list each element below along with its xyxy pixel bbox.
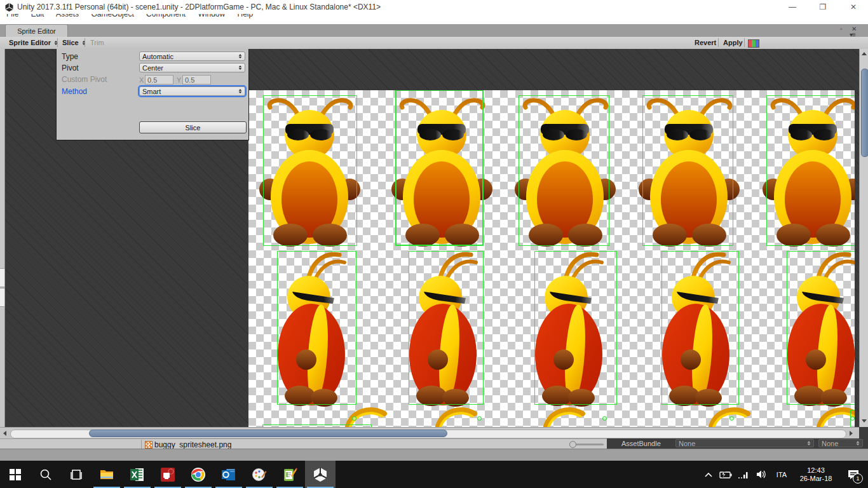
custom-pivot-y-field[interactable]: 0.5 — [182, 75, 211, 85]
sprite-editor-toolbar: Sprite Editor Slice Trim Revert Apply — [0, 37, 868, 50]
search-icon — [39, 468, 52, 481]
excel-icon — [130, 467, 145, 482]
taskbar-start-button[interactable] — [0, 461, 31, 488]
screen: Unity 2017.3.1f1 Personal (64bit) - scen… — [0, 0, 868, 488]
horizontal-scrollbar[interactable] — [0, 427, 859, 439]
menu-file[interactable]: File — [6, 14, 18, 18]
preview-zoom-handle[interactable] — [569, 441, 576, 448]
taskbar-paint-button[interactable] — [244, 461, 275, 488]
taskbar-outlook-button[interactable] — [214, 461, 244, 488]
pane-restore-icon[interactable]: ▫ — [840, 26, 843, 32]
preview-header: buggy_spritesheet.png — [0, 438, 607, 449]
slice-rect[interactable] — [661, 251, 739, 405]
system-tray: ITA 12:43 26-Mar-18 1 — [700, 461, 868, 488]
pivot-dot[interactable] — [729, 416, 734, 421]
pivot-dot[interactable] — [602, 416, 607, 421]
network-signal-icon[interactable] — [735, 461, 752, 488]
type-select[interactable]: Automatic — [139, 51, 245, 61]
spritesheet-texture[interactable] — [248, 90, 855, 427]
slice-rect[interactable] — [787, 251, 855, 405]
restore-icon[interactable]: ❐ — [813, 0, 832, 14]
revert-button[interactable]: Revert — [691, 37, 720, 48]
tray-chevron-icon[interactable] — [700, 461, 717, 488]
notification-badge: 1 — [853, 473, 863, 484]
notification-center-button[interactable]: 1 — [839, 461, 868, 488]
asset-bundle-select[interactable]: None — [675, 439, 814, 447]
pivot-dot[interactable] — [352, 416, 356, 421]
window-title: Unity 2017.3.1f1 Personal (64bit) - scen… — [17, 3, 381, 11]
slice-rect[interactable] — [277, 251, 356, 405]
unity-icon — [312, 466, 329, 483]
battery-icon[interactable] — [717, 461, 735, 488]
x-label: X — [139, 76, 144, 84]
tray-date: 26-Mar-18 — [800, 475, 832, 483]
menu-edit[interactable]: Edit — [31, 14, 44, 18]
slice-rect-selected[interactable] — [395, 90, 484, 246]
close-icon[interactable]: ✕ — [844, 0, 863, 14]
menu-component[interactable]: Component — [146, 14, 186, 18]
paint-icon — [252, 467, 267, 482]
menu-bar: File Edit Assets GameObject Component Wi… — [0, 14, 868, 24]
method-label: Method — [62, 87, 87, 96]
menu-help[interactable]: Help — [238, 14, 254, 18]
slice-rect[interactable] — [409, 251, 484, 405]
taskbar: ITA 12:43 26-Mar-18 1 — [0, 461, 868, 488]
task-view-icon — [70, 468, 83, 481]
scroll-down-icon[interactable] — [862, 419, 867, 423]
taskbar-unity-button[interactable] — [305, 461, 336, 488]
custom-pivot-label: Custom Pivot — [62, 75, 107, 84]
method-select[interactable]: Smart — [139, 86, 245, 96]
os-title-bar: Unity 2017.3.1f1 Personal (64bit) - scen… — [0, 0, 868, 15]
taskbar-file-explorer-button[interactable] — [92, 461, 122, 488]
remote-app-icon — [160, 467, 175, 482]
slice-rect[interactable] — [519, 95, 609, 246]
scroll-right-icon[interactable] — [850, 431, 853, 436]
sprite-editor-tab[interactable]: Sprite Editor — [5, 24, 68, 37]
language-indicator[interactable]: ITA — [770, 461, 793, 488]
slice-rect[interactable] — [642, 95, 733, 246]
asset-bundle-label: AssetBundle — [621, 440, 661, 447]
menu-assets[interactable]: Assets — [56, 14, 79, 18]
scroll-up-icon[interactable] — [862, 52, 867, 55]
slice-rect[interactable] — [534, 251, 617, 405]
pivot-select[interactable]: Center — [139, 63, 245, 72]
taskbar-search-button[interactable] — [31, 461, 61, 488]
vertical-scrollbar[interactable] — [859, 49, 868, 427]
outlook-icon — [221, 467, 236, 482]
spritesheet-file-icon — [145, 441, 153, 449]
asset-filename: buggy_spritesheet.png — [154, 440, 231, 449]
left-edge-strip — [0, 49, 5, 427]
minimize-icon[interactable]: — — [783, 0, 802, 14]
menu-window[interactable]: Window — [198, 14, 226, 18]
sprite-editor-mode-dropdown[interactable]: Sprite Editor — [5, 37, 62, 48]
taskbar-excel-button[interactable] — [122, 461, 153, 488]
horizontal-scroll-thumb[interactable] — [89, 430, 447, 437]
apply-button[interactable]: Apply — [719, 37, 747, 48]
custom-pivot-x-field[interactable]: 0.5 — [145, 75, 173, 85]
taskbar-task-view-button[interactable] — [61, 461, 92, 488]
scroll-left-icon[interactable] — [3, 431, 6, 436]
rgb-alpha-toggle-icon[interactable] — [748, 39, 759, 48]
tray-time: 12:43 — [800, 466, 832, 475]
taskbar-chrome-button[interactable] — [183, 461, 214, 488]
pivot-label: Pivot — [62, 64, 79, 72]
pivot-dot[interactable] — [477, 416, 482, 421]
trim-button[interactable]: Trim — [86, 37, 108, 48]
slice-rect[interactable] — [263, 95, 357, 246]
volume-icon[interactable] — [752, 461, 770, 488]
file-explorer-icon — [99, 467, 114, 482]
unity-logo-icon — [4, 3, 14, 12]
taskbar-remote-app-button[interactable] — [153, 461, 183, 488]
slice-rect[interactable] — [766, 95, 855, 246]
y-label: Y — [177, 76, 181, 84]
asset-bundle-bar: AssetBundle None None — [607, 438, 868, 449]
pivot-dot[interactable] — [850, 416, 855, 421]
vertical-scroll-thumb[interactable] — [861, 69, 868, 157]
taskbar-notes-app-button[interactable] — [275, 461, 305, 488]
clock[interactable]: 12:43 26-Mar-18 — [793, 461, 839, 488]
menu-gameobject[interactable]: GameObject — [91, 14, 133, 18]
slice-panel: Type Automatic Pivot Center Custom Pivot… — [56, 49, 249, 140]
sprite-editor-tabstrip: Sprite Editor ▫ ✕ ▾≡ — [0, 24, 868, 37]
slice-button[interactable]: Slice — [139, 121, 247, 133]
asset-bundle-variant-select[interactable]: None — [818, 439, 863, 447]
